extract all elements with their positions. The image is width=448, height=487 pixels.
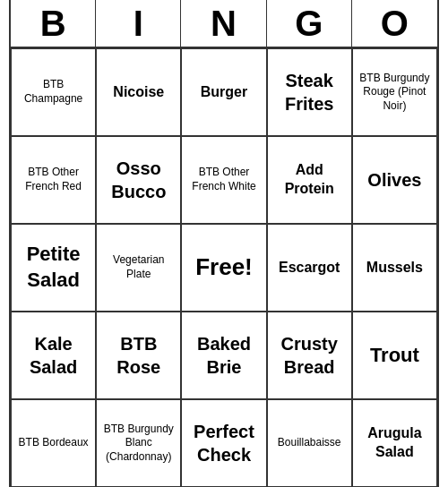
bingo-header: BINGO [11,0,437,48]
bingo-cell: Bouillabaisse [267,399,352,487]
bingo-cell: Free! [181,224,266,312]
header-letter: I [96,0,181,47]
bingo-grid: BTB ChampagneNicoiseBurgerSteak FritesBT… [11,48,437,487]
bingo-cell: Osso Bucco [96,136,181,224]
bingo-cell: BTB Other French Red [11,136,96,224]
bingo-cell: Burger [181,48,266,136]
bingo-cell: BTB Burgundy Blanc (Chardonnay) [96,399,181,487]
bingo-cell: Kale Salad [11,312,96,399]
bingo-cell: Escargot [267,224,352,312]
header-letter: G [267,0,352,47]
bingo-cell: Crusty Bread [267,312,352,399]
bingo-cell: BTB Other French White [181,136,266,224]
bingo-cell: Baked Brie [181,312,266,399]
bingo-cell: Nicoise [96,48,181,136]
bingo-cell: BTB Champagne [11,48,96,136]
bingo-cell: Perfect Check [181,399,266,487]
bingo-cell: BTB Burgundy Rouge (Pinot Noir) [352,48,437,136]
bingo-card: BINGO BTB ChampagneNicoiseBurgerSteak Fr… [9,0,439,487]
header-letter: O [352,0,437,47]
bingo-cell: Add Protein [267,136,352,224]
bingo-cell: Petite Salad [11,224,96,312]
header-letter: B [11,0,96,47]
header-letter: N [181,0,266,47]
bingo-cell: Vegetarian Plate [96,224,181,312]
bingo-cell: Mussels [352,224,437,312]
bingo-cell: Arugula Salad [352,399,437,487]
bingo-cell: Trout [352,312,437,399]
bingo-cell: BTB Bordeaux [11,399,96,487]
bingo-cell: Olives [352,136,437,224]
bingo-cell: BTB Rose [96,312,181,399]
bingo-cell: Steak Frites [267,48,352,136]
